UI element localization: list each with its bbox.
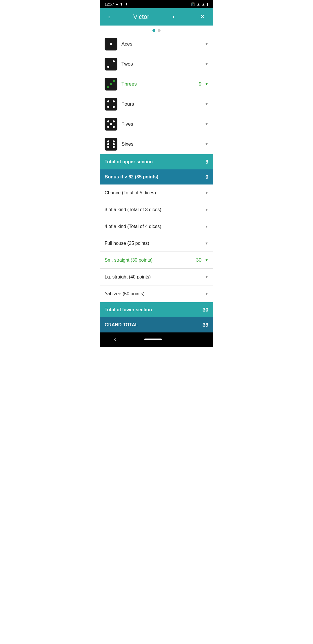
- lg-straight-row[interactable]: Lg. straight (40 points) ▼: [100, 269, 213, 285]
- fives-row[interactable]: Fives ▼: [100, 114, 213, 134]
- lower-total-label: Total of lower section: [105, 307, 152, 312]
- upper-total-value: 9: [205, 159, 208, 165]
- sm-straight-label: Sm. straight (30 points): [105, 258, 196, 263]
- fours-row[interactable]: Fours ▼: [100, 94, 213, 114]
- grand-total-row: GRAND TOTAL 39: [100, 317, 213, 332]
- four-kind-label: 4 of a kind (Total of 4 dices): [105, 224, 204, 229]
- dice-6-icon: [105, 138, 117, 151]
- sixes-dropdown[interactable]: ▼: [205, 142, 208, 146]
- threes-label: Threes: [121, 81, 199, 87]
- dice-5-icon: [105, 118, 117, 131]
- twos-dropdown[interactable]: ▼: [205, 62, 208, 66]
- fives-dropdown[interactable]: ▼: [205, 122, 208, 126]
- lower-total-row: Total of lower section 30: [100, 302, 213, 317]
- lower-section: Chance (Total of 5 dices) ▼ 3 of a kind …: [100, 184, 213, 332]
- three-kind-dropdown[interactable]: ▼: [205, 208, 208, 212]
- page-dot-2: [158, 29, 161, 32]
- bottom-nav: ‹: [100, 332, 213, 347]
- sm-straight-dropdown[interactable]: ▼: [205, 258, 208, 262]
- dice-4-icon: [105, 98, 117, 111]
- forward-button[interactable]: ›: [170, 11, 176, 22]
- dice-1-icon: [105, 38, 117, 50]
- yahtzee-label: Yahtzee (50 points): [105, 291, 204, 296]
- bonus-value: 0: [205, 174, 208, 180]
- upper-total-label: Total of upper section: [105, 159, 153, 164]
- close-button[interactable]: ✕: [197, 11, 207, 22]
- whatsapp-icon: ●: [116, 2, 118, 6]
- lower-total-value: 30: [203, 307, 208, 313]
- threes-row[interactable]: Threes 9 ▼: [100, 74, 213, 94]
- four-kind-dropdown[interactable]: ▼: [205, 225, 208, 229]
- yahtzee-dropdown[interactable]: ▼: [205, 292, 208, 296]
- back-button[interactable]: ‹: [106, 11, 112, 22]
- fours-dropdown[interactable]: ▼: [205, 102, 208, 106]
- status-icons: 📳 ▲ ▲ ▮: [191, 2, 208, 6]
- bonus-label: Bonus if > 62 (35 points): [105, 174, 158, 180]
- header: ‹ Victor › ✕: [100, 8, 213, 26]
- bonus-row: Bonus if > 62 (35 points) 0: [100, 169, 213, 184]
- full-house-row[interactable]: Full house (25 points) ▼: [100, 235, 213, 252]
- three-kind-row[interactable]: 3 of a kind (Total of 3 dices) ▼: [100, 201, 213, 218]
- sm-straight-row[interactable]: Sm. straight (30 points) 30 ▼: [100, 252, 213, 269]
- grand-total-label: GRAND TOTAL: [105, 322, 138, 328]
- dice-3-icon: [105, 78, 117, 91]
- lg-straight-dropdown[interactable]: ▼: [205, 275, 208, 279]
- aces-label: Aces: [121, 41, 204, 47]
- vibrate-icon: 📳: [191, 2, 195, 6]
- sixes-label: Sixes: [121, 141, 204, 147]
- three-kind-label: 3 of a kind (Total of 3 dices): [105, 207, 204, 212]
- twos-row[interactable]: Twos ▼: [100, 54, 213, 74]
- aces-row[interactable]: Aces ▼: [100, 34, 213, 54]
- wifi-icon: ▲: [196, 2, 200, 6]
- upper-total-row: Total of upper section 9: [100, 154, 213, 169]
- status-bar: 12:57 ● ⬆ ⬇ 📳 ▲ ▲ ▮: [100, 0, 213, 8]
- chance-dropdown[interactable]: ▼: [205, 191, 208, 195]
- grand-total-value: 39: [203, 322, 208, 328]
- download-icon: ⬇: [125, 2, 128, 6]
- aces-dropdown[interactable]: ▼: [205, 42, 208, 46]
- upload-icon: ⬆: [120, 2, 123, 6]
- fives-label: Fives: [121, 121, 204, 127]
- page-title: Victor: [133, 13, 149, 21]
- upper-section: Aces ▼ Twos ▼ Threes 9 ▼: [100, 34, 213, 184]
- dice-2-icon: [105, 58, 117, 70]
- fours-label: Fours: [121, 101, 204, 107]
- nav-back-button[interactable]: ‹: [114, 336, 116, 342]
- sixes-row[interactable]: Sixes ▼: [100, 134, 213, 154]
- chance-row[interactable]: Chance (Total of 5 dices) ▼: [100, 184, 213, 201]
- page-indicators: [100, 26, 213, 34]
- twos-label: Twos: [121, 61, 204, 67]
- signal-icon: ▲: [201, 2, 205, 6]
- full-house-label: Full house (25 points): [105, 241, 204, 246]
- status-time: 12:57 ● ⬆ ⬇: [105, 2, 128, 6]
- full-house-dropdown[interactable]: ▼: [205, 241, 208, 245]
- battery-icon: ▮: [206, 2, 208, 6]
- threes-dropdown[interactable]: ▼: [205, 82, 208, 86]
- chance-label: Chance (Total of 5 dices): [105, 190, 204, 196]
- lg-straight-label: Lg. straight (40 points): [105, 274, 204, 280]
- yahtzee-row[interactable]: Yahtzee (50 points) ▼: [100, 285, 213, 302]
- page-dot-1: [152, 29, 155, 32]
- four-kind-row[interactable]: 4 of a kind (Total of 4 dices) ▼: [100, 218, 213, 235]
- sm-straight-score: 30: [196, 257, 201, 263]
- threes-score: 9: [199, 81, 201, 87]
- home-pill[interactable]: [144, 339, 162, 340]
